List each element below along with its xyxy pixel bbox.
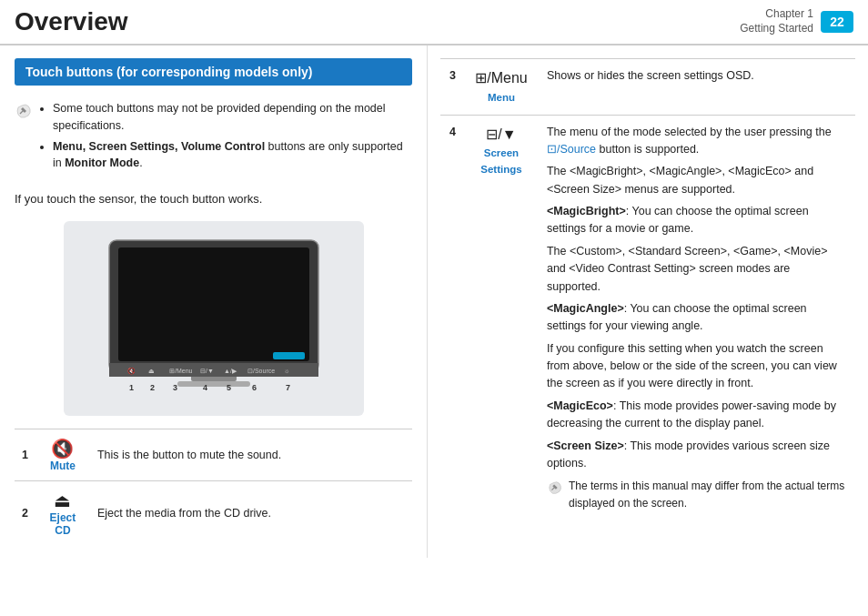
svg-text:⏏: ⏏ [148, 368, 155, 374]
menu-label: Menu [474, 90, 529, 106]
table-row: 4 ⊟/▼ Screen Settings The menu of the mo… [440, 115, 855, 520]
svg-rect-5 [273, 352, 305, 359]
screen-settings-label: Screen Settings [474, 146, 529, 178]
eject-icon: ⏏ [54, 490, 71, 510]
menu-icon: ⊞/Menu [474, 67, 529, 90]
touch-desc: If you touch the sensor, the touch butto… [15, 190, 412, 208]
page-title: Overview [0, 7, 128, 36]
main-content: Touch buttons (for corresponding models … [0, 45, 868, 558]
table-row: 3 ⊞/Menu Menu Shows or hides the screen … [440, 59, 855, 116]
eject-label: Eject CD [43, 511, 83, 537]
svg-text:⊟/▼: ⊟/▼ [200, 368, 214, 374]
note-text: Some touch buttons may not be provided d… [40, 100, 412, 176]
svg-text:3: 3 [173, 383, 177, 392]
svg-rect-2 [118, 247, 309, 361]
row-num-4: 4 [440, 115, 465, 520]
mute-icon: 🔇 [51, 439, 74, 459]
svg-rect-4 [177, 381, 250, 387]
row-3-desc: Shows or hides the screen settings OSD. [538, 59, 855, 116]
svg-text:▲/▶: ▲/▶ [224, 368, 237, 374]
row-4-desc: The menu of the mode selected by the use… [538, 115, 855, 520]
note-box: Some touch buttons may not be provided d… [15, 96, 412, 179]
svg-text:2: 2 [150, 383, 155, 392]
svg-text:⊞/Menu: ⊞/Menu [169, 368, 193, 374]
left-column: Touch buttons (for corresponding models … [0, 45, 428, 558]
svg-text:🔇: 🔇 [127, 367, 136, 375]
row-num-3: 3 [440, 59, 465, 116]
right-table: 3 ⊞/Menu Menu Shows or hides the screen … [440, 58, 855, 520]
eject-desc: Eject the media from the CD drive. [90, 480, 412, 545]
svg-text:⊡/Source: ⊡/Source [247, 368, 275, 374]
mute-label: Mute [43, 459, 83, 472]
table-row: 1 🔇 Mute This is the button to mute the … [15, 429, 412, 480]
mute-desc: This is the button to mute the sound. [90, 429, 412, 480]
touch-buttons-header: Touch buttons (for corresponding models … [15, 58, 412, 86]
svg-text:☼: ☼ [284, 368, 289, 374]
svg-text:5: 5 [227, 383, 231, 392]
screen-settings-icon: ⊟/▼ [474, 124, 529, 146]
small-note: The terms in this manual may differ from… [547, 478, 846, 511]
right-column: 3 ⊞/Menu Menu Shows or hides the screen … [428, 45, 868, 558]
buttons-table: 1 🔇 Mute This is the button to mute the … [15, 429, 412, 545]
note-icon [15, 102, 33, 123]
svg-text:1: 1 [129, 383, 134, 392]
note-small-icon [547, 480, 563, 496]
chapter-label: Chapter 1 Getting Started [740, 7, 813, 35]
svg-text:4: 4 [203, 383, 207, 392]
monitor-illustration: 🔇 ⏏ ⊞/Menu ⊟/▼ ▲/▶ ⊡/Source ☼ 1 2 3 4 5 … [15, 221, 412, 416]
svg-text:7: 7 [286, 383, 290, 392]
page-header: Overview Chapter 1 Getting Started 22 [0, 0, 868, 45]
svg-text:6: 6 [252, 383, 257, 392]
table-row: 2 ⏏ Eject CD Eject the media from the CD… [15, 480, 412, 545]
header-right: Chapter 1 Getting Started 22 [740, 7, 853, 35]
page-badge: 22 [821, 11, 853, 33]
